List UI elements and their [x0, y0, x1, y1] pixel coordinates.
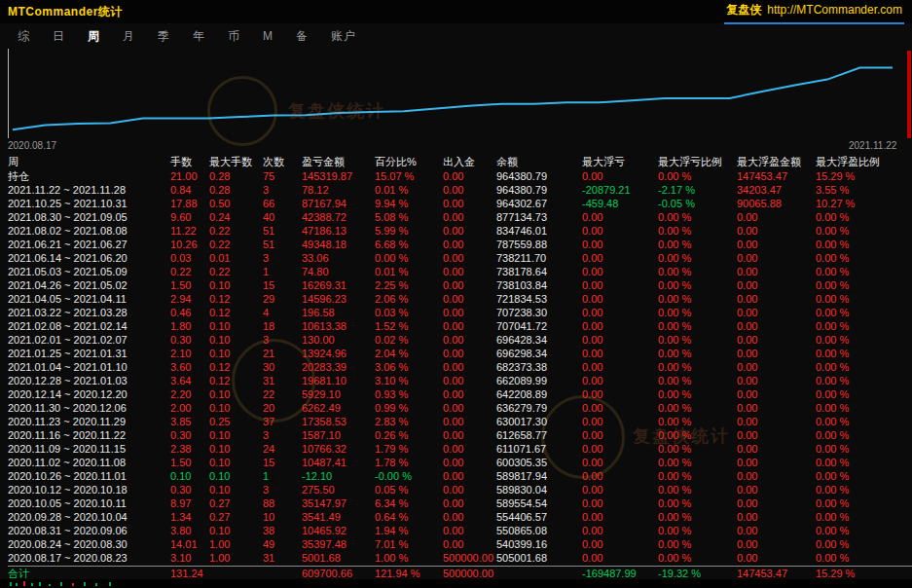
table-row[interactable]: 2021.03.22 ~ 2021.03.280.460.124196.580.…	[8, 306, 912, 319]
table-cell: 721834.53	[496, 292, 582, 306]
table-cell: 0.22	[209, 238, 263, 251]
table-cell: 24	[263, 442, 302, 456]
table-cell: 51	[263, 224, 302, 238]
menu-tab-综[interactable]: 综	[18, 28, 30, 45]
menu-tab-账户[interactable]: 账户	[331, 28, 356, 45]
table-cell: 1.79 %	[375, 442, 443, 456]
table-cell: 0.10	[209, 278, 263, 292]
table-cell: 0.00 %	[658, 265, 737, 278]
table-cell: 0.00 %	[658, 442, 737, 456]
table-cell: 0.12	[209, 306, 263, 319]
table-row[interactable]: 2020.11.02 ~ 2020.11.081.500.101510487.4…	[8, 456, 912, 469]
table-row[interactable]: 2021.05.03 ~ 2021.05.090.220.22174.800.0…	[8, 265, 912, 278]
table-cell: 642208.89	[496, 387, 582, 401]
table-cell: 1	[263, 265, 302, 278]
table-row[interactable]: 2021.01.25 ~ 2021.01.312.100.102113924.9…	[8, 347, 912, 360]
table-cell: 550865.08	[496, 524, 582, 537]
table-row[interactable]: 2021.08.02 ~ 2021.08.0811.220.225147186.…	[8, 224, 912, 238]
table-row[interactable]: 2020.12.28 ~ 2021.01.033.640.123119681.1…	[8, 374, 912, 387]
table-row[interactable]: 2020.10.26 ~ 2020.11.010.100.101-12.10-0…	[8, 469, 912, 483]
table-cell: 0.00	[582, 374, 658, 387]
menu-tab-币[interactable]: 币	[228, 28, 240, 45]
table-cell: 0.05 %	[375, 483, 443, 496]
table-cell: 0.99 %	[375, 401, 443, 415]
equity-curve-chart	[8, 49, 904, 138]
table-cell: 11.22	[170, 224, 209, 238]
table-row[interactable]: 2021.11.22 ~ 2021.11.280.840.28378.120.0…	[8, 183, 912, 197]
table-cell: 0.00 %	[658, 524, 737, 537]
table-cell: 3541.49	[302, 510, 375, 524]
table-cell: 0.00 %	[658, 469, 737, 483]
table-cell: 0.00	[443, 374, 496, 387]
table-cell: 0.00	[443, 510, 496, 524]
table-cell: 0.00	[582, 278, 658, 292]
menu-tab-日[interactable]: 日	[53, 28, 65, 45]
table-cell: 738211.70	[496, 251, 582, 265]
table-cell: 0.00	[443, 442, 496, 456]
table-row[interactable]: 2021.06.21 ~ 2021.06.2710.260.225149348.…	[8, 238, 912, 251]
chart-end-date-label: 2021.11.22	[849, 140, 896, 151]
table-row[interactable]: 2021.04.26 ~ 2021.05.021.500.101516269.3…	[8, 278, 912, 292]
menu-tab-M[interactable]: M	[263, 29, 274, 43]
table-cell: 0.00	[737, 292, 816, 306]
table-row[interactable]: 2020.10.12 ~ 2020.10.180.300.103275.500.…	[8, 483, 912, 496]
table-cell: 10487.41	[302, 456, 375, 469]
table-cell: 0.00 %	[816, 442, 912, 456]
table-row[interactable]: 2021.02.08 ~ 2021.02.141.800.101810613.3…	[8, 319, 912, 333]
table-body: 持仓21.000.2875145319.8715.07 %0.00964380.…	[8, 169, 912, 565]
table-row[interactable]: 2020.08.31 ~ 2020.09.063.800.103810465.9…	[8, 524, 912, 537]
table-cell: 0.00	[443, 183, 496, 197]
table-cell: 3.60	[170, 360, 209, 374]
table-cell: 0.64 %	[375, 510, 443, 524]
table-cell: 10465.92	[302, 524, 375, 537]
table-cell: 0.00	[443, 524, 496, 537]
table-cell: 0.00	[443, 319, 496, 333]
table-cell: 738178.64	[496, 265, 582, 278]
chart-right-scroll-bar[interactable]	[907, 51, 911, 138]
table-cell	[263, 567, 302, 580]
table-row[interactable]: 2021.10.25 ~ 2021.10.3117.880.506687167.…	[8, 197, 912, 210]
table-cell: -12.10	[302, 469, 375, 483]
table-row[interactable]: 2020.11.16 ~ 2020.11.220.300.1031587.100…	[8, 428, 912, 442]
menu-tab-年[interactable]: 年	[193, 28, 205, 45]
menu-tab-周[interactable]: 周	[88, 28, 100, 45]
brand-url-link[interactable]: http://MTCommander.com	[767, 3, 902, 17]
table-cell: -0.00 %	[375, 469, 443, 483]
table-row[interactable]: 2020.08.17 ~ 2020.08.233.101.00315001.68…	[8, 551, 912, 565]
table-cell: 0.00	[737, 401, 816, 415]
table-cell: 0.00 %	[816, 496, 912, 510]
table-cell: 2020.11.23 ~ 2020.11.29	[8, 415, 170, 428]
table-cell: 0.00	[737, 333, 816, 347]
table-row[interactable]: 2020.10.05 ~ 2020.10.118.970.278835147.9…	[8, 496, 912, 510]
table-row[interactable]: 2020.08.24 ~ 2020.08.3014.011.004935397.…	[8, 537, 912, 551]
table-cell: 0.00 %	[658, 456, 737, 469]
table-row[interactable]: 2021.06.14 ~ 2021.06.200.030.01333.060.0…	[8, 251, 912, 265]
menu-tab-季[interactable]: 季	[158, 28, 170, 45]
table-row[interactable]: 2020.09.28 ~ 2020.10.041.340.27103541.49…	[8, 510, 912, 524]
table-cell: 505001.68	[496, 551, 582, 565]
table-cell: 0.00 %	[658, 537, 737, 551]
table-row[interactable]: 2020.11.23 ~ 2020.11.293.850.253717358.5…	[8, 415, 912, 428]
table-row[interactable]: 2021.01.04 ~ 2021.01.103.600.123020283.3…	[8, 360, 912, 374]
table-cell: 964380.79	[496, 183, 582, 197]
table-row[interactable]: 2020.12.14 ~ 2020.12.202.200.10225929.10…	[8, 387, 912, 401]
table-cell: 87167.94	[302, 197, 375, 210]
title-bar: MTCommander统计 复盘侠 http://MTCommander.com	[0, 0, 912, 23]
table-cell: 42388.72	[302, 210, 375, 224]
table-cell: 589554.54	[496, 496, 582, 510]
table-cell: 0.00	[582, 456, 658, 469]
table-cell: 0.00	[443, 496, 496, 510]
table-row[interactable]: 持仓21.000.2875145319.8715.07 %0.00964380.…	[8, 169, 912, 183]
table-cell: 0.00 %	[658, 551, 737, 565]
table-row[interactable]: 2021.08.30 ~ 2021.09.059.600.244042388.7…	[8, 210, 912, 224]
table-row[interactable]: 2021.02.01 ~ 2021.02.070.300.103130.000.…	[8, 333, 912, 347]
table-cell: 2020.11.16 ~ 2020.11.22	[8, 428, 170, 442]
table-row[interactable]: 2020.11.09 ~ 2020.11.152.380.102410766.3…	[8, 442, 912, 456]
table-row[interactable]: 2020.11.30 ~ 2020.12.062.000.10206262.49…	[8, 401, 912, 415]
table-cell: 0.01	[209, 251, 263, 265]
table-cell: 1.94 %	[375, 524, 443, 537]
table-cell: 0.00	[443, 197, 496, 210]
menu-tab-月[interactable]: 月	[123, 28, 135, 45]
table-row[interactable]: 2021.04.05 ~ 2021.04.112.940.122914596.2…	[8, 292, 912, 306]
menu-tab-备[interactable]: 备	[296, 28, 309, 45]
